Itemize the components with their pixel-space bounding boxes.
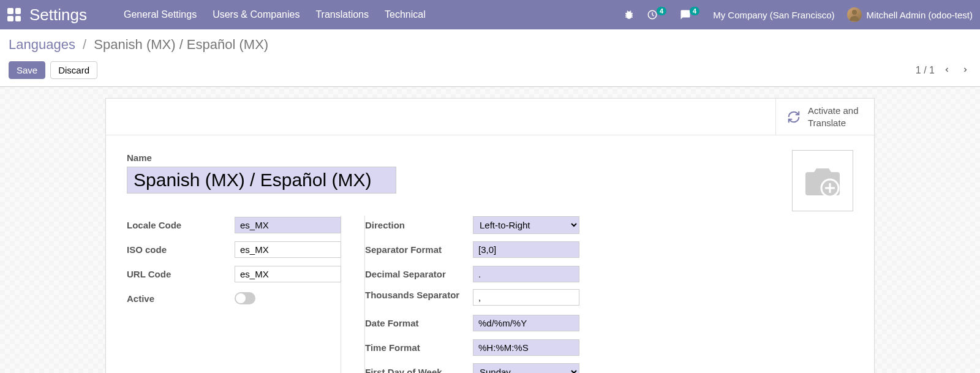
discard-button[interactable]: Discard (50, 61, 97, 79)
label-first-day-of-week: First Day of Week (365, 367, 473, 374)
camera-plus-icon (803, 164, 842, 198)
stat-button-label: Activate and Translate (808, 105, 863, 129)
button-box: Activate and Translate (106, 99, 874, 135)
thousands-separator-field[interactable] (473, 289, 579, 306)
breadcrumb-parent[interactable]: Languages (9, 37, 75, 52)
label-iso-code: ISO code (127, 244, 235, 255)
label-url-code: URL Code (127, 269, 235, 279)
breadcrumb: Languages / Spanish (MX) / Español (MX) (9, 37, 971, 53)
name-field[interactable] (127, 167, 396, 194)
iso-code-field[interactable] (235, 241, 341, 258)
content: Activate and Translate Name Locale Code (0, 87, 980, 373)
decimal-separator-field[interactable] (473, 266, 579, 282)
app-title: Settings (29, 6, 87, 24)
label-thousands-separator: Thousands Separator (365, 289, 473, 301)
systray: 4 4 My Company (San Francisco) Mitchell … (624, 7, 973, 22)
label-active: Active (127, 293, 235, 304)
apps-icon[interactable] (7, 8, 21, 21)
direction-field[interactable]: Left-to-Right (473, 216, 579, 234)
label-date-format: Date Format (365, 318, 473, 328)
label-direction: Direction (365, 220, 473, 230)
clock-icon[interactable]: 4 (647, 9, 668, 20)
locale-code-field[interactable] (235, 217, 341, 233)
menu-general-settings[interactable]: General Settings (124, 9, 197, 20)
label-time-format: Time Format (365, 342, 473, 353)
form-col-left: Locale Code ISO code URL Code Active (127, 216, 341, 373)
label-separator-format: Separator Format (365, 244, 473, 255)
label-name: Name (127, 153, 853, 163)
discuss-icon[interactable]: 4 (680, 9, 701, 20)
menu-users-companies[interactable]: Users & Companies (213, 9, 300, 20)
control-panel: Languages / Spanish (MX) / Español (MX) … (0, 29, 980, 87)
svg-point-1 (852, 10, 857, 15)
company-name: My Company (San Francisco) (713, 10, 834, 20)
first-day-of-week-field[interactable]: Sunday (473, 363, 579, 374)
pager: 1 / 1 (916, 62, 971, 78)
label-decimal-separator: Decimal Separator (365, 269, 473, 279)
avatar (847, 7, 862, 22)
clock-badge: 4 (657, 7, 666, 15)
activate-translate-button[interactable]: Activate and Translate (775, 99, 874, 135)
save-button[interactable]: Save (9, 61, 45, 79)
active-toggle[interactable] (235, 292, 255, 304)
refresh-icon (787, 110, 801, 124)
menu-translations[interactable]: Translations (315, 9, 369, 20)
date-format-field[interactable] (473, 315, 579, 331)
separator-format-field[interactable] (473, 241, 579, 258)
debug-icon[interactable] (624, 9, 635, 20)
company-switcher[interactable]: My Company (San Francisco) (713, 10, 834, 20)
menu-technical[interactable]: Technical (385, 9, 426, 20)
form-sheet: Activate and Translate Name Locale Code (105, 98, 875, 373)
navbar-menu: General Settings Users & Companies Trans… (124, 9, 426, 20)
time-format-field[interactable] (473, 339, 579, 356)
pager-next-icon[interactable] (959, 62, 971, 78)
user-menu[interactable]: Mitchell Admin (odoo-test) (847, 7, 973, 22)
discuss-badge: 4 (690, 7, 699, 15)
pager-value: 1 / 1 (916, 65, 935, 76)
pager-prev-icon[interactable] (941, 62, 953, 78)
image-upload[interactable] (792, 150, 853, 211)
url-code-field[interactable] (235, 266, 341, 282)
form-col-right: Direction Left-to-Right Separator Format… (364, 216, 609, 373)
user-name: Mitchell Admin (odoo-test) (867, 10, 973, 20)
label-locale-code: Locale Code (127, 220, 235, 230)
top-navbar: Settings General Settings Users & Compan… (0, 0, 980, 29)
breadcrumb-current: Spanish (MX) / Español (MX) (94, 37, 268, 52)
